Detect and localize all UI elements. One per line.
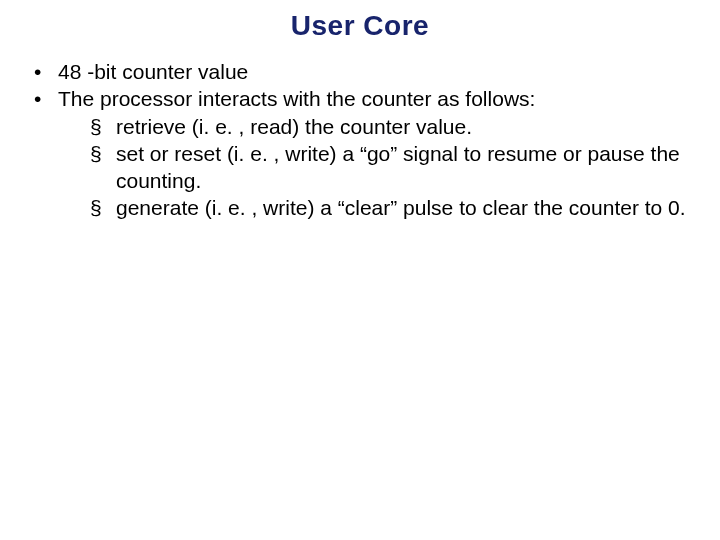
- sub-bullet-list: retrieve (i. e. , read) the counter valu…: [58, 113, 696, 222]
- sub-bullet-text: retrieve (i. e. , read) the counter valu…: [116, 115, 472, 138]
- bullet-item: The processor interacts with the counter…: [32, 85, 696, 221]
- bullet-text: 48 -bit counter value: [58, 60, 248, 83]
- slide-title: User Core: [24, 10, 696, 42]
- sub-bullet-item: retrieve (i. e. , read) the counter valu…: [90, 113, 696, 140]
- bullet-item: 48 -bit counter value: [32, 58, 696, 85]
- sub-bullet-item: generate (i. e. , write) a “clear” pulse…: [90, 194, 696, 221]
- sub-bullet-text: set or reset (i. e. , write) a “go” sign…: [116, 142, 680, 192]
- bullet-list: 48 -bit counter value The processor inte…: [24, 58, 696, 222]
- bullet-text: The processor interacts with the counter…: [58, 87, 535, 110]
- slide: User Core 48 -bit counter value The proc…: [0, 0, 720, 540]
- sub-bullet-text: generate (i. e. , write) a “clear” pulse…: [116, 196, 686, 219]
- sub-bullet-item: set or reset (i. e. , write) a “go” sign…: [90, 140, 696, 195]
